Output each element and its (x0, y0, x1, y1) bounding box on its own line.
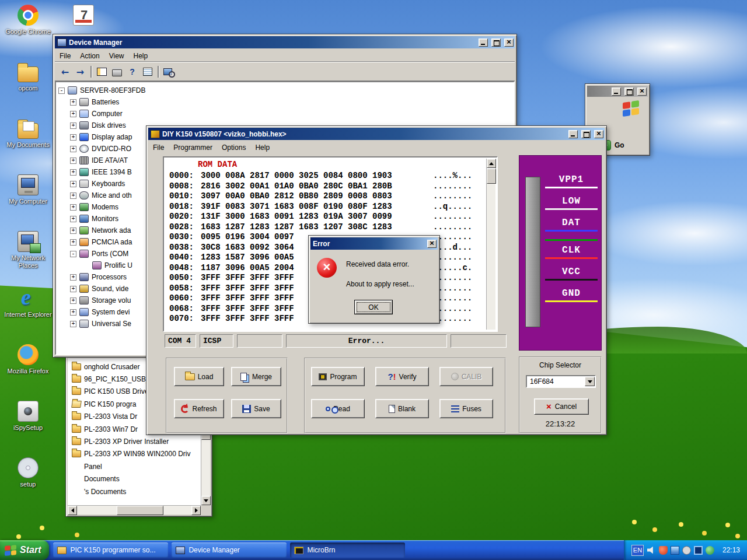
close-button[interactable] (594, 130, 603, 138)
forward-icon[interactable] (74, 65, 87, 78)
expand-toggle[interactable]: + (70, 158, 76, 164)
fuses-button[interactable]: Fuses (439, 399, 493, 418)
scroll-down-button[interactable] (201, 496, 211, 505)
separator[interactable] (90, 66, 92, 78)
load-button[interactable]: Load (174, 367, 224, 386)
menu-item[interactable]: File (55, 50, 75, 62)
list-item[interactable]: Panel (68, 460, 201, 473)
scroll-right-button[interactable] (191, 506, 201, 515)
maximize-button[interactable] (491, 38, 501, 47)
volume-icon[interactable] (647, 546, 656, 555)
expand-toggle[interactable]: + (70, 111, 76, 117)
scroll-left-button[interactable] (68, 506, 77, 515)
list-item[interactable]: 's Documents (68, 485, 201, 498)
expand-toggle[interactable]: + (70, 192, 76, 199)
maximize-button[interactable] (581, 130, 591, 138)
menu-item[interactable]: Programmer (169, 142, 217, 153)
desktop-icon-opcom[interactable]: opcom (2, 61, 54, 118)
list-item[interactable]: PL-2303 XP Driver Installer (68, 435, 201, 447)
display-icon[interactable] (694, 546, 703, 555)
scroll-up-button[interactable] (487, 159, 496, 168)
close-button[interactable] (504, 38, 514, 47)
expand-toggle[interactable]: + (70, 239, 76, 246)
maximize-button[interactable] (624, 88, 634, 96)
merge-button[interactable]: Merge (231, 367, 281, 386)
start-button[interactable]: Start (0, 540, 49, 560)
expand-toggle[interactable]: + (70, 298, 76, 304)
desktop-icon-my-computer[interactable]: My Computer (2, 174, 54, 231)
desktop-icon-setup[interactable]: setup (2, 457, 54, 514)
expand-toggle[interactable]: + (70, 216, 76, 222)
desktop-icon-my-network-places[interactable]: My Network Places (2, 231, 54, 288)
ok-button[interactable]: OK (354, 300, 393, 314)
network-icon[interactable] (671, 546, 679, 555)
separator[interactable] (158, 66, 159, 78)
menu-item[interactable]: View (104, 50, 129, 62)
desktop-icon-internet-explorer[interactable]: Internet Explorer (2, 288, 54, 344)
expand-toggle[interactable]: + (70, 228, 76, 234)
expand-toggle[interactable]: + (70, 99, 76, 106)
save-button[interactable]: Save (231, 399, 281, 418)
close-button[interactable] (427, 240, 437, 248)
expand-toggle[interactable]: - (70, 251, 76, 257)
back-icon[interactable] (58, 65, 72, 78)
desktop-icon-mozilla-firefox[interactable]: Mozilla Firefox (2, 344, 54, 401)
task-device-manager[interactable]: Device Manager (172, 542, 287, 558)
list-item[interactable]: PL-2303 XP WIN98 WIN2000 Driv (68, 448, 201, 460)
verify-button[interactable]: Verify (375, 367, 429, 386)
expand-toggle[interactable]: + (70, 146, 76, 152)
expand-toggle[interactable]: + (70, 321, 76, 327)
help-icon[interactable] (125, 65, 139, 78)
tree-toggle-icon[interactable] (95, 65, 109, 78)
expand-toggle[interactable]: + (70, 123, 76, 129)
antivirus-icon[interactable] (659, 546, 668, 555)
chevron-down-icon[interactable] (585, 377, 595, 386)
properties-icon[interactable] (141, 65, 154, 78)
expand-toggle[interactable]: + (70, 134, 76, 141)
refresh-button[interactable]: Refresh (174, 399, 224, 418)
chip-select-dropdown[interactable]: 16F684 (526, 375, 596, 388)
calib-button[interactable]: CALIB (439, 367, 493, 386)
expand-toggle[interactable]: + (70, 274, 76, 281)
expand-toggle[interactable]: + (70, 286, 76, 292)
desktop-icon-my-documents[interactable]: My Documents (2, 118, 54, 174)
print-icon[interactable] (110, 65, 124, 78)
menu-item[interactable]: Help (129, 50, 153, 62)
scan-icon[interactable] (162, 65, 176, 78)
cancel-button[interactable]: × Cancel (534, 398, 589, 415)
hex-scrollbar[interactable] (486, 159, 495, 330)
usb-icon[interactable] (682, 546, 691, 555)
hex-ascii: ........ (433, 304, 484, 314)
menu-item[interactable]: Help (250, 142, 274, 153)
close-button[interactable] (637, 88, 647, 96)
menu-item[interactable]: File (148, 142, 169, 153)
collapse-toggle[interactable]: - (58, 88, 65, 94)
title-bar: Device Manager (55, 36, 515, 48)
desktop-icon-ispysetup[interactable]: iSpySetup (2, 401, 54, 457)
expand-toggle[interactable]: + (70, 181, 76, 187)
task-microbrn[interactable]: MicroBrn (290, 542, 405, 558)
tree-item[interactable]: + Computer (70, 108, 514, 120)
task-pic-k150-programmer[interactable]: PIC K150 programmer so... (53, 542, 168, 558)
tree-item[interactable]: + Batteries (70, 96, 514, 108)
scrollbar-thumb[interactable] (117, 506, 163, 515)
program-button[interactable]: Program (311, 367, 365, 386)
expand-toggle[interactable]: + (70, 169, 76, 176)
minimize-button[interactable] (568, 130, 578, 138)
scrollbar-thumb[interactable] (487, 169, 496, 184)
list-item[interactable]: Documents (68, 473, 201, 485)
desktop-icon-google-chrome[interactable]: Google Chrome (2, 5, 54, 61)
minimize-button[interactable] (479, 38, 488, 47)
menu-item[interactable]: Options (217, 142, 250, 153)
blank-button[interactable]: Blank (375, 399, 429, 418)
minimize-button[interactable] (612, 88, 621, 96)
menu-item[interactable]: Action (75, 50, 104, 62)
read-button[interactable]: Read (311, 399, 365, 418)
horizontal-scrollbar[interactable] (68, 505, 201, 514)
language-indicator[interactable]: EN (631, 545, 644, 556)
hex-ascii: ....d... (433, 243, 484, 253)
expand-toggle[interactable]: + (70, 204, 76, 211)
expand-toggle[interactable]: + (70, 309, 76, 316)
messenger-icon[interactable] (706, 546, 714, 555)
tree-root-server[interactable]: - SERVER-80EF3FDB (58, 85, 514, 96)
